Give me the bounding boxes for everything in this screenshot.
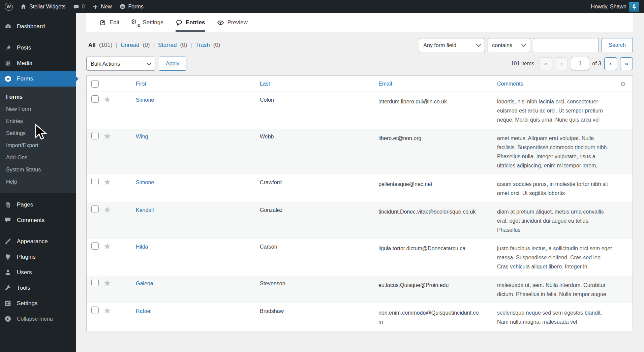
sort-email-header[interactable]: Email [378, 81, 392, 87]
filter-trash[interactable]: Trash [195, 42, 210, 49]
sidebar-item-plugins[interactable]: Plugins [0, 249, 76, 265]
new-content-menu[interactable]: New [92, 4, 112, 10]
row-checkbox[interactable] [91, 178, 99, 185]
entries-table: First Last Email Comments ⚙ ★ Simone Col… [86, 75, 633, 331]
sidebar-item-forms[interactable]: Forms [0, 71, 76, 87]
entry-last: Colon [257, 92, 376, 107]
table-header-row: First Last Email Comments ⚙ [87, 76, 633, 92]
star-icon[interactable]: ★ [103, 242, 111, 251]
column-settings-gear-icon[interactable]: ⚙ [620, 81, 626, 87]
gears-icon: ⚙⚙ [131, 19, 140, 26]
row-checkbox[interactable] [91, 279, 99, 286]
row-checkbox[interactable] [91, 242, 99, 250]
entry-first-link[interactable]: Hilda [136, 244, 148, 250]
search-operator-select[interactable]: contains [488, 38, 530, 52]
row-checkbox[interactable] [91, 307, 99, 314]
collapse-arrow-icon [4, 315, 12, 323]
edit-pencil-icon [100, 19, 106, 26]
submenu-item-forms[interactable]: Forms [0, 91, 76, 103]
sidebar-label-settings: Settings [17, 300, 37, 307]
star-icon[interactable]: ★ [103, 205, 111, 214]
apply-button[interactable]: Apply [159, 57, 186, 71]
bulk-actions-select[interactable]: Bulk Actions [86, 57, 155, 71]
page-of-label: of 3 [592, 61, 601, 67]
row-checkbox[interactable] [91, 95, 99, 103]
sidebar-label-media: Media [17, 60, 32, 67]
comments-shortcut[interactable]: 0 [73, 4, 85, 10]
sidebar-item-posts[interactable]: Posts [0, 40, 76, 56]
row-checkbox[interactable] [91, 205, 99, 213]
search-input[interactable] [533, 38, 599, 52]
sidebar-item-dashboard[interactable]: Dashboard [0, 19, 76, 34]
table-row: ★ Simone Crawford pellentesque@nec.net i… [87, 174, 633, 202]
submenu-item-system-status[interactable]: System Status [0, 164, 76, 176]
entry-email: tincidunt.Donec.vitae@scelerisque.co.uk [376, 202, 494, 221]
current-page-input[interactable] [571, 57, 589, 70]
site-name-link[interactable]: Stellar Widgets [20, 3, 66, 10]
speech-bubble-icon [176, 19, 183, 26]
search-field-select[interactable]: Any form field [419, 38, 485, 52]
tab-entries[interactable]: Entries [176, 13, 205, 32]
star-icon[interactable]: ★ [103, 279, 111, 287]
sidebar-item-appearance[interactable]: Appearance [0, 234, 76, 249]
submenu-item-help[interactable]: Help [0, 176, 76, 188]
tab-settings-label: Settings [143, 19, 163, 26]
sidebar-item-settings[interactable]: Settings [0, 296, 76, 311]
comments-icon [4, 217, 12, 224]
filter-starred[interactable]: Starred [158, 42, 177, 49]
forms-adminbar-label: Forms [128, 4, 144, 10]
star-icon[interactable]: ★ [103, 95, 111, 104]
sidebar-item-users[interactable]: Users [0, 265, 76, 280]
site-name-label: Stellar Widgets [29, 4, 66, 10]
table-row: ★ Simone Colon interdum.libero.dui@in.co… [87, 92, 633, 129]
media-icon [4, 60, 12, 67]
entry-last: Crawford [257, 174, 376, 190]
sidebar-label-plugins: Plugins [17, 254, 36, 260]
star-icon[interactable]: ★ [103, 132, 111, 140]
star-icon[interactable]: ★ [103, 307, 111, 315]
search-button[interactable]: Search [602, 38, 633, 52]
entry-first-link[interactable]: Simone [136, 180, 154, 185]
prev-page-button[interactable]: ‹ [555, 57, 568, 70]
dashboard-icon [4, 23, 12, 30]
form-toolbar-tabs: Edit ⚙⚙ Settings Entries Preview [86, 13, 633, 32]
filter-unread[interactable]: Unread [121, 42, 140, 49]
entry-search-controls: Any form field contains Search [419, 38, 633, 52]
tab-settings[interactable]: ⚙⚙ Settings [131, 13, 163, 32]
table-row: ★ Rafael Bradshaw non.enim.commodo@Quisq… [87, 303, 633, 331]
sort-last-header[interactable]: Last [260, 81, 270, 87]
star-icon[interactable]: ★ [103, 178, 111, 186]
row-checkbox[interactable] [91, 132, 99, 139]
sidebar-label-posts: Posts [17, 44, 31, 51]
submenu-item-add-ons[interactable]: Add-Ons [0, 152, 76, 164]
sort-first-header[interactable]: First [136, 81, 146, 87]
last-page-button[interactable]: » [620, 57, 633, 70]
entry-first-link[interactable]: Kendall [136, 207, 154, 213]
sort-comments-header[interactable]: Comments [497, 81, 523, 87]
next-page-button[interactable]: › [604, 57, 617, 70]
table-row: ★ Galena Stevenson eu.lacus.Quisque@Proi… [87, 276, 633, 303]
home-icon [20, 3, 27, 10]
sidebar-item-tools[interactable]: Tools [0, 280, 76, 296]
filter-all[interactable]: All [88, 42, 96, 49]
user-icon [4, 269, 12, 276]
entry-first-link[interactable]: Simone [136, 97, 154, 103]
sidebar-item-media[interactable]: Media [0, 56, 76, 71]
collapse-menu-button[interactable]: Collapse menu [0, 311, 76, 327]
entry-first-link[interactable]: Wing [136, 134, 148, 139]
sidebar-item-pages[interactable]: Pages [0, 197, 76, 213]
select-all-checkbox[interactable] [91, 80, 99, 88]
sidebar-item-comments[interactable]: Comments [0, 213, 76, 228]
entry-email: pellentesque@nec.net [376, 174, 494, 193]
submenu-item-new-form[interactable]: New Form [0, 103, 76, 115]
entry-first-link[interactable]: Rafael [136, 308, 151, 314]
first-page-button[interactable]: « [539, 57, 552, 70]
entry-first-link[interactable]: Galena [136, 281, 153, 286]
entry-last: Stevenson [257, 276, 376, 291]
wordpress-menu[interactable]: W [5, 3, 13, 11]
forms-adminbar-menu[interactable]: Forms [119, 3, 144, 10]
sidebar-label-comments: Comments [17, 217, 44, 224]
tab-preview[interactable]: Preview [217, 13, 247, 32]
howdy-account-menu[interactable]: Howdy, Shawn [591, 2, 639, 12]
tab-edit[interactable]: Edit [100, 13, 119, 32]
